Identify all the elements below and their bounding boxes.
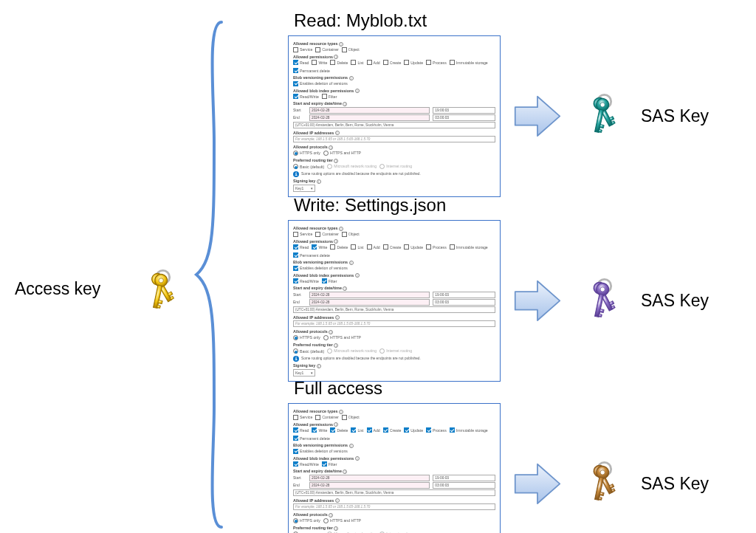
checkbox-blobindex-filter[interactable]: Filter xyxy=(322,278,337,283)
signing-key-select[interactable]: Key1▾ xyxy=(293,369,315,376)
protocols-label: Allowed protocols xyxy=(293,329,328,334)
checkbox-update[interactable]: Update xyxy=(404,427,423,433)
checkbox-container[interactable]: Container xyxy=(315,47,339,52)
start-label: Start xyxy=(293,108,306,112)
ip-input[interactable]: For example, 168.1.5.65 or 168.1.5.65-16… xyxy=(293,503,495,510)
end-label: End xyxy=(293,115,306,120)
timezone-select[interactable]: (UTC+01:00) Amsterdam, Berlin, Bern, Rom… xyxy=(293,122,495,128)
info-icon: i xyxy=(334,55,338,59)
checkbox-immutable-storage[interactable]: Immutable storage xyxy=(450,60,488,65)
radio-routing-msnet[interactable]: Microsoft network routing xyxy=(327,164,377,169)
ip-input[interactable]: For example, 168.1.5.65 or 168.1.5.65-16… xyxy=(293,320,495,327)
checkbox-permanent-delete[interactable]: Permanent delete xyxy=(293,252,330,258)
end-time-input[interactable]: 03:00:03 xyxy=(433,114,495,121)
start-date-input[interactable]: 2024-02-28 xyxy=(309,475,430,481)
checkbox-delete[interactable]: Delete xyxy=(330,244,348,250)
checkbox-list[interactable]: List xyxy=(351,60,363,65)
end-label: End xyxy=(293,483,306,487)
end-date-input[interactable]: 2024-02-28 xyxy=(309,114,430,121)
resource-types-label: Allowed resource types xyxy=(293,226,338,230)
ip-label: Allowed IP addresses xyxy=(293,315,334,320)
checkbox-write[interactable]: Write xyxy=(312,60,327,65)
checkbox-blobindex-readwrite[interactable]: Read/Write xyxy=(293,278,319,283)
start-time-input[interactable]: 19:00:03 xyxy=(433,107,495,114)
radio-routing-basic[interactable]: Basic (default) xyxy=(293,164,324,169)
info-icon: i xyxy=(317,179,321,184)
start-label: Start xyxy=(293,292,306,297)
timezone-select[interactable]: (UTC+01:00) Amsterdam, Berlin, Bern, Rom… xyxy=(293,306,495,313)
radio-routing-internet[interactable]: Internet routing xyxy=(379,348,412,354)
radio-https-only[interactable]: HTTPS only xyxy=(293,335,320,340)
checkbox-read[interactable]: Read xyxy=(293,60,309,65)
radio-https-and-http[interactable]: HTTPS and HTTP xyxy=(323,151,361,156)
checkbox-enable-delete-versions[interactable]: Enables deletion of versions xyxy=(293,449,348,454)
checkbox-update[interactable]: Update xyxy=(404,244,423,250)
checkbox-process[interactable]: Process xyxy=(426,427,447,433)
checkbox-service[interactable]: Service xyxy=(293,415,312,420)
checkbox-write[interactable]: Write xyxy=(312,244,327,250)
checkbox-service[interactable]: Service xyxy=(293,47,312,52)
checkbox-object[interactable]: Object xyxy=(342,232,360,237)
checkbox-enable-delete-versions[interactable]: Enables deletion of versions xyxy=(293,266,348,271)
checkbox-immutable-storage[interactable]: Immutable storage xyxy=(450,244,488,250)
checkbox-list[interactable]: List xyxy=(351,427,363,433)
checkbox-add[interactable]: Add xyxy=(367,60,380,65)
end-time-input[interactable]: 03:00:03 xyxy=(433,299,495,306)
checkbox-delete[interactable]: Delete xyxy=(330,60,348,65)
end-date-input[interactable]: 2024-02-28 xyxy=(309,482,430,489)
checkbox-delete[interactable]: Delete xyxy=(330,427,348,433)
checkbox-create[interactable]: Create xyxy=(383,427,402,433)
checkbox-update[interactable]: Update xyxy=(404,60,423,65)
start-date-input[interactable]: 2024-02-28 xyxy=(309,292,430,298)
checkbox-immutable-storage[interactable]: Immutable storage xyxy=(450,427,488,433)
signing-key-select[interactable]: Key1▾ xyxy=(293,185,315,192)
checkbox-blobindex-readwrite[interactable]: Read/Write xyxy=(293,461,319,467)
start-time-input[interactable]: 19:00:03 xyxy=(433,292,495,298)
checkbox-write[interactable]: Write xyxy=(312,427,327,433)
checkbox-blobindex-filter[interactable]: Filter xyxy=(322,94,337,99)
sas-key-label: SAS Key xyxy=(641,474,709,494)
checkbox-service[interactable]: Service xyxy=(293,232,312,237)
ip-input[interactable]: For example, 168.1.5.65 or 168.1.5.65-16… xyxy=(293,136,495,142)
flow-row-read: Read: Myblob.txt Allowed resource types … xyxy=(288,10,746,197)
checkbox-blobindex-readwrite[interactable]: Read/Write xyxy=(293,94,319,99)
checkbox-object[interactable]: Object xyxy=(342,47,360,52)
checkbox-enable-delete-versions[interactable]: Enables deletion of versions xyxy=(293,81,348,86)
radio-https-only[interactable]: HTTPS only xyxy=(293,151,320,156)
end-date-input[interactable]: 2024-02-28 xyxy=(309,299,430,306)
checkbox-read[interactable]: Read xyxy=(293,427,309,433)
arrow-icon xyxy=(511,277,564,324)
checkbox-container[interactable]: Container xyxy=(315,415,339,420)
radio-https-and-http[interactable]: HTTPS and HTTP xyxy=(323,518,361,523)
radio-routing-msnet[interactable]: Microsoft network routing xyxy=(327,348,377,354)
radio-https-only[interactable]: HTTPS only xyxy=(293,518,320,523)
permissions-label: Allowed permissions xyxy=(293,422,333,427)
checkbox-create[interactable]: Create xyxy=(383,60,402,65)
svg-rect-21 xyxy=(599,130,602,133)
checkbox-read[interactable]: Read xyxy=(293,244,309,250)
checkbox-object[interactable]: Object xyxy=(342,415,360,420)
checkbox-process[interactable]: Process xyxy=(426,244,447,250)
info-icon: i xyxy=(334,239,338,244)
checkbox-add[interactable]: Add xyxy=(367,427,380,433)
checkbox-container[interactable]: Container xyxy=(315,232,339,237)
timezone-select[interactable]: (UTC+01:00) Amsterdam, Berlin, Bern, Rom… xyxy=(293,489,495,496)
routing-label: Preferred routing tier xyxy=(293,158,333,162)
start-date-input[interactable]: 2024-02-28 xyxy=(309,107,430,114)
checkbox-add[interactable]: Add xyxy=(367,244,380,250)
end-time-input[interactable]: 03:00:03 xyxy=(433,482,495,489)
checkbox-permanent-delete[interactable]: Permanent delete xyxy=(293,68,330,73)
protocols-label: Allowed protocols xyxy=(293,145,328,149)
start-time-input[interactable]: 19:00:03 xyxy=(433,475,495,481)
checkbox-create[interactable]: Create xyxy=(383,244,402,250)
checkbox-list[interactable]: List xyxy=(351,244,363,250)
blob-versioning-label: Blob versioning permissions xyxy=(293,443,348,447)
chevron-down-icon: ▾ xyxy=(311,186,313,190)
sas-key-icon-teal xyxy=(574,90,626,142)
radio-https-and-http[interactable]: HTTPS and HTTP xyxy=(323,335,361,340)
checkbox-process[interactable]: Process xyxy=(426,60,447,65)
checkbox-permanent-delete[interactable]: Permanent delete xyxy=(293,436,330,441)
checkbox-blobindex-filter[interactable]: Filter xyxy=(322,461,337,467)
radio-routing-basic[interactable]: Basic (default) xyxy=(293,348,324,354)
radio-routing-internet[interactable]: Internet routing xyxy=(379,164,412,169)
